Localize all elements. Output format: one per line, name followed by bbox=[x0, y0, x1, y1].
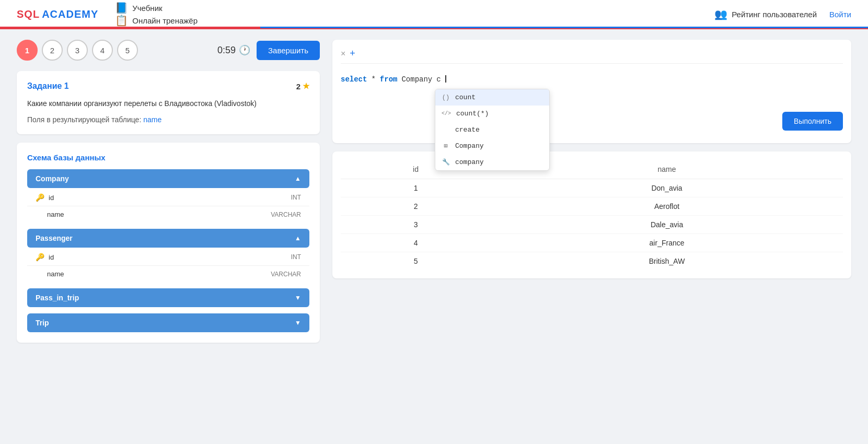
autocomplete-text-company-lower: company bbox=[455, 158, 484, 166]
editor-tabs: × + bbox=[341, 48, 843, 64]
task-title: Задание 1 bbox=[27, 81, 69, 91]
autocomplete-item-create[interactable]: create bbox=[435, 122, 549, 138]
code-editor[interactable]: select * from Company c () count </> cou… bbox=[341, 70, 843, 112]
step-tab-5[interactable]: 5 bbox=[117, 40, 138, 61]
step-tabs-row: 1 2 3 4 5 0:59 🕐 Завершить bbox=[17, 40, 320, 61]
passenger-field-name-type: VARCHAR bbox=[271, 271, 301, 278]
cell-name: Aeroflot bbox=[491, 197, 843, 216]
schema-row-company-id: 🔑 id INT bbox=[27, 189, 309, 206]
chevron-up-icon-passenger: ▲ bbox=[295, 235, 301, 242]
autocomplete-item-company-lower[interactable]: 🔧 company bbox=[435, 154, 549, 170]
passenger-field-id-type: INT bbox=[291, 253, 301, 261]
table-row: 2 Aeroflot bbox=[341, 197, 843, 216]
cell-id: 5 bbox=[341, 252, 491, 271]
func-icon: () bbox=[442, 94, 450, 101]
passenger-field-id: id bbox=[49, 253, 291, 261]
passenger-table-name: Passenger bbox=[36, 234, 73, 242]
chevron-up-icon: ▲ bbox=[295, 175, 301, 182]
editor-tab-add[interactable]: + bbox=[350, 48, 355, 59]
task-fields-value[interactable]: name bbox=[143, 115, 161, 124]
code-icon: </> bbox=[442, 111, 451, 116]
step-tab-3[interactable]: 3 bbox=[67, 40, 88, 61]
nav-trainer-label: Онлайн тренажёр bbox=[132, 16, 198, 25]
code-table: Company bbox=[401, 75, 432, 84]
keyword-select: select bbox=[341, 75, 367, 84]
cell-name: Don_avia bbox=[491, 179, 843, 197]
schema-table-trip-header[interactable]: Trip ▼ bbox=[27, 313, 309, 332]
cell-id: 1 bbox=[341, 179, 491, 197]
key-icon-company-id: 🔑 bbox=[36, 193, 44, 202]
logo-sql: SQL bbox=[17, 8, 40, 20]
schema-table-company-body: 🔑 id INT name VARCHAR bbox=[27, 189, 309, 223]
finish-button[interactable]: Завершить bbox=[257, 41, 320, 60]
login-button[interactable]: Войти bbox=[829, 10, 851, 19]
editor-tab-close[interactable]: × bbox=[341, 49, 345, 59]
autocomplete-text-count: count bbox=[455, 94, 476, 101]
company-field-name: name bbox=[36, 211, 271, 218]
trip-table-name: Trip bbox=[36, 319, 49, 327]
task-fields: Поля в результирующей таблице: name bbox=[27, 115, 309, 124]
key-icon-passenger-id: 🔑 bbox=[36, 253, 44, 261]
schema-row-passenger-name: name VARCHAR bbox=[27, 266, 309, 282]
header-right: 👥 Рейтинг пользователей Войти bbox=[714, 8, 851, 20]
step-tab-2[interactable]: 2 bbox=[42, 40, 63, 61]
timer: 0:59 🕐 bbox=[217, 44, 250, 56]
autocomplete-dropdown: () count </> count(*) create ⊞ Company bbox=[435, 89, 550, 171]
cell-name: Dale_avia bbox=[491, 216, 843, 234]
star-icon: ★ bbox=[303, 81, 309, 91]
code-operator: * bbox=[371, 75, 375, 84]
run-btn-row: Выполнить bbox=[341, 112, 843, 131]
timer-area: 0:59 🕐 Завершить bbox=[217, 41, 320, 60]
textbook-icon: 📘 bbox=[115, 2, 128, 14]
table-row: 3 Dale_avia bbox=[341, 216, 843, 234]
task-header: Задание 1 2 ★ bbox=[27, 81, 309, 91]
cell-id: 4 bbox=[341, 234, 491, 252]
table-icon: ⊞ bbox=[442, 142, 450, 150]
autocomplete-text-count-star: count(*) bbox=[456, 110, 489, 118]
task-stars-count: 2 bbox=[296, 82, 300, 91]
autocomplete-item-count[interactable]: () count bbox=[435, 89, 549, 106]
code-line-1: select * from Company c bbox=[341, 74, 843, 85]
step-tab-1[interactable]: 1 bbox=[17, 40, 38, 61]
nav-trainer[interactable]: 📋 Онлайн тренажёр bbox=[115, 14, 198, 27]
schema-table-passintrip-header[interactable]: Pass_in_trip ▼ bbox=[27, 288, 309, 307]
code-typed: c bbox=[436, 75, 441, 84]
autocomplete-item-count-star[interactable]: </> count(*) bbox=[435, 106, 549, 122]
nav-rating[interactable]: 👥 Рейтинг пользователей bbox=[714, 8, 817, 20]
task-card: Задание 1 2 ★ Какие компании организуют … bbox=[17, 71, 320, 134]
task-fields-label: Поля в результирующей таблице: bbox=[27, 115, 141, 124]
trainer-icon: 📋 bbox=[115, 14, 128, 27]
company-field-name-type: VARCHAR bbox=[271, 211, 301, 218]
clock-icon: 🕐 bbox=[239, 44, 250, 56]
logo-academy: ACADEMY bbox=[42, 8, 98, 20]
cell-id: 2 bbox=[341, 197, 491, 216]
schema-row-passenger-id: 🔑 id INT bbox=[27, 249, 309, 266]
passenger-field-name: name bbox=[36, 270, 271, 278]
cell-name: British_AW bbox=[491, 252, 843, 271]
task-description: Какие компании организуют перелеты с Вла… bbox=[27, 98, 309, 109]
passintrip-table-name: Pass_in_trip bbox=[36, 294, 79, 302]
step-tab-4[interactable]: 4 bbox=[92, 40, 113, 61]
company-field-id: id bbox=[49, 194, 291, 202]
nav-textbook-label: Учебник bbox=[132, 4, 162, 13]
results-header-row: id name bbox=[341, 160, 843, 179]
table-row: 4 air_France bbox=[341, 234, 843, 252]
autocomplete-item-company-table[interactable]: ⊞ Company bbox=[435, 138, 549, 154]
schema-table-company-header[interactable]: Company ▲ bbox=[27, 169, 309, 188]
task-stars: 2 ★ bbox=[296, 81, 309, 91]
wrench-icon: 🔧 bbox=[442, 158, 450, 166]
left-panel: 1 2 3 4 5 0:59 🕐 Завершить bbox=[17, 40, 320, 343]
chevron-down-icon-trip: ▼ bbox=[295, 319, 301, 326]
rating-label: Рейтинг пользователей bbox=[732, 10, 817, 19]
schema-row-company-name: name VARCHAR bbox=[27, 206, 309, 223]
schema-table-passenger-header[interactable]: Passenger ▲ bbox=[27, 229, 309, 248]
table-row: 5 British_AW bbox=[341, 252, 843, 271]
nav-textbook[interactable]: 📘 Учебник bbox=[115, 2, 198, 14]
editor-card: × + select * from Company c () count bbox=[332, 40, 851, 143]
table-row: 1 Don_avia bbox=[341, 179, 843, 197]
keyword-from: from bbox=[380, 75, 398, 84]
logo: SQL ACADEMY bbox=[17, 8, 98, 20]
run-button[interactable]: Выполнить bbox=[782, 112, 843, 131]
main-content: 1 2 3 4 5 0:59 🕐 Завершить bbox=[0, 29, 868, 353]
chevron-down-icon-passintrip: ▼ bbox=[295, 294, 301, 301]
